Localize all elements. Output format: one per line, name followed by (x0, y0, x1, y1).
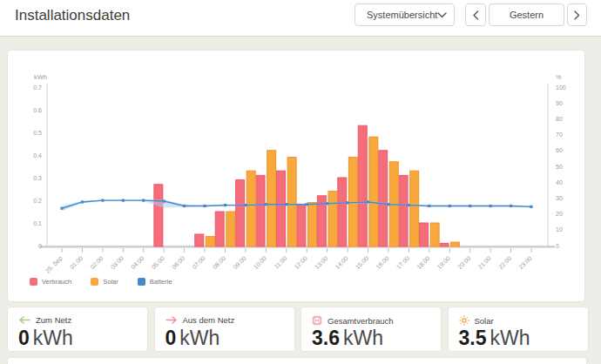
svg-text:11:00: 11:00 (273, 255, 288, 270)
svg-text:23:00: 23:00 (517, 255, 532, 270)
svg-text:0.6: 0.6 (33, 107, 42, 113)
svg-text:25. Sep: 25. Sep (44, 255, 64, 275)
svg-text:80: 80 (556, 116, 563, 122)
card-value: 0kWh (165, 327, 220, 350)
next-day-button[interactable] (567, 3, 587, 26)
card-solar: Solar 3.5kWh (448, 307, 589, 352)
svg-text:01:00: 01:00 (69, 255, 84, 270)
next-section-panel-edge (7, 357, 587, 364)
svg-text:04:00: 04:00 (130, 255, 145, 270)
power-socket-icon (312, 315, 322, 326)
svg-text:07:00: 07:00 (191, 255, 206, 270)
card-aus-dem-netz: Aus dem Netz 0kWh (154, 307, 295, 352)
chevron-left-icon (473, 10, 479, 20)
svg-text:10:00: 10:00 (253, 255, 267, 270)
card-label: Aus dem Netz (183, 315, 235, 325)
header: Installationsdaten Systemübersicht Geste… (0, 0, 601, 37)
svg-text:0.7: 0.7 (33, 84, 42, 91)
svg-text:0.4: 0.4 (33, 152, 42, 158)
svg-text:12:00: 12:00 (294, 255, 308, 270)
card-gesamtverbrauch: Gesamtverbrauch 3.6kWh (300, 307, 442, 352)
svg-text:05:00: 05:00 (151, 255, 165, 270)
sun-icon (459, 315, 469, 326)
card-value: 3.5kWh (459, 327, 530, 350)
svg-text:14:00: 14:00 (334, 255, 348, 270)
svg-text:0.3: 0.3 (33, 175, 42, 181)
svg-text:13:00: 13:00 (314, 255, 328, 270)
legend-label: Solar (103, 278, 118, 286)
energy-chart: 00.10.20.30.40.50.60.7010203040506070809… (8, 51, 584, 301)
svg-text:0.1: 0.1 (33, 220, 42, 226)
verbrauch-swatch-icon (30, 278, 37, 286)
svg-text:10: 10 (556, 226, 563, 233)
legend-label: Batterie (150, 278, 172, 286)
svg-text:09:00: 09:00 (232, 255, 246, 270)
svg-text:18:00: 18:00 (415, 255, 430, 270)
card-label: Solar (475, 316, 494, 326)
arrow-left-icon (18, 316, 30, 324)
page-title: Installationsdaten (15, 7, 130, 24)
card-value: 3.6kWh (312, 327, 383, 350)
svg-text:0.2: 0.2 (33, 198, 42, 204)
svg-text:0: 0 (556, 243, 559, 249)
legend-item-solar: Solar (91, 278, 118, 286)
card-zum-netz: Zum Netz 0kWh (7, 307, 148, 352)
period-label: Gestern (510, 10, 544, 20)
svg-text:19:00: 19:00 (436, 255, 451, 270)
chart-panel: kWh % 00.10.20.30.40.50.60.7010203040506… (7, 50, 585, 302)
svg-text:08:00: 08:00 (212, 255, 226, 270)
chart-legend: Verbrauch Solar Batterie (30, 278, 192, 286)
svg-text:02:00: 02:00 (89, 255, 104, 270)
card-value: 0kWh (18, 327, 73, 350)
svg-text:15:00: 15:00 (355, 255, 369, 270)
installation-dashboard: Installationsdaten Systemübersicht Geste… (0, 0, 601, 364)
legend-item-verbrauch: Verbrauch (30, 278, 71, 286)
svg-text:16:00: 16:00 (375, 255, 389, 270)
view-selector-dropdown[interactable]: Systemübersicht (355, 3, 455, 26)
period-button[interactable]: Gestern (489, 3, 564, 26)
batterie-swatch-icon (138, 278, 145, 286)
svg-text:0: 0 (38, 243, 42, 249)
svg-text:17:00: 17:00 (395, 255, 410, 270)
svg-text:40: 40 (556, 179, 563, 185)
svg-text:70: 70 (556, 131, 563, 138)
chevron-down-icon (437, 12, 447, 18)
svg-text:60: 60 (556, 147, 563, 153)
svg-text:90: 90 (556, 100, 563, 106)
svg-text:20: 20 (556, 211, 563, 217)
svg-text:03:00: 03:00 (110, 255, 125, 270)
view-selector-label: Systemübersicht (367, 10, 437, 20)
svg-text:0.5: 0.5 (33, 130, 42, 136)
prev-day-button[interactable] (465, 3, 486, 26)
svg-text:06:00: 06:00 (171, 255, 186, 270)
svg-text:30: 30 (556, 195, 563, 201)
legend-item-batterie: Batterie (138, 278, 172, 286)
bars-group (154, 125, 460, 246)
svg-text:20:00: 20:00 (456, 255, 471, 270)
svg-text:100: 100 (556, 84, 566, 91)
chevron-right-icon (574, 10, 580, 20)
svg-text:50: 50 (556, 164, 563, 170)
svg-text:21:00: 21:00 (476, 255, 491, 270)
card-label: Zum Netz (36, 315, 71, 325)
arrow-right-icon (165, 316, 178, 324)
card-label: Gesamtverbrauch (328, 316, 394, 326)
svg-text:22:00: 22:00 (497, 255, 512, 270)
legend-label: Verbrauch (42, 278, 71, 286)
solar-swatch-icon (91, 278, 98, 286)
